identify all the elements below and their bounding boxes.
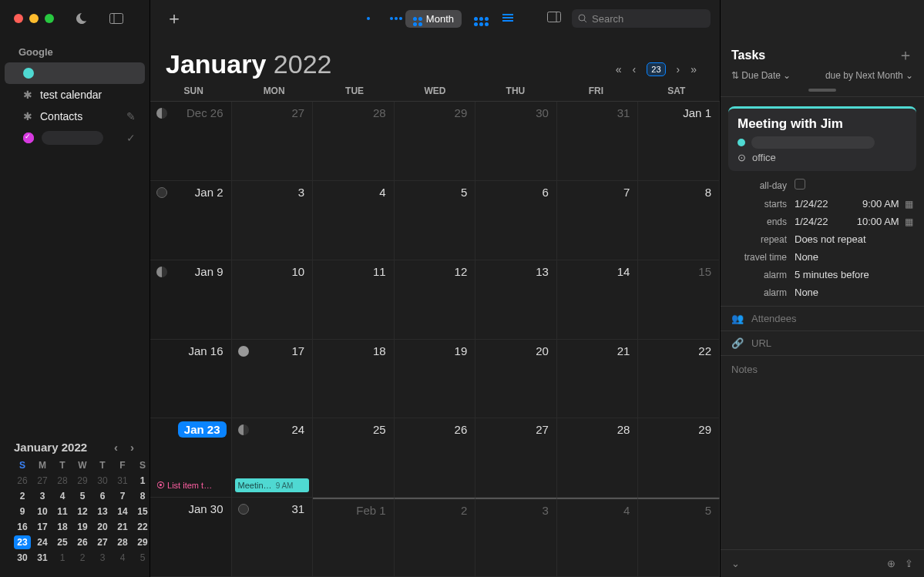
mini-day[interactable]: 24 (34, 535, 51, 549)
day-cell[interactable]: 4 (313, 181, 395, 260)
event-chip[interactable]: List item t… (153, 478, 228, 492)
mini-day[interactable]: 2 (14, 489, 31, 503)
mini-day[interactable]: 23 (14, 535, 31, 549)
mini-day[interactable]: 16 (14, 520, 31, 534)
day-cell[interactable]: Dec 26 (150, 102, 232, 181)
day-cell[interactable]: Jan 1 (638, 102, 720, 181)
mini-day[interactable]: 26 (74, 535, 91, 549)
mini-day[interactable]: 10 (34, 505, 51, 518)
mini-day[interactable]: 2 (74, 551, 91, 565)
mini-day[interactable]: 29 (134, 535, 151, 549)
day-cell[interactable]: 29 (638, 418, 720, 498)
day-cell[interactable]: 28 (557, 418, 639, 498)
day-cell[interactable]: Jan 16 (150, 340, 232, 419)
date-picker-icon[interactable]: ▦ (902, 216, 913, 227)
mini-day[interactable]: 28 (114, 535, 131, 549)
allday-checkbox[interactable] (795, 179, 805, 190)
day-cell[interactable]: 7 (557, 181, 639, 260)
day-cell[interactable]: 8 (638, 181, 720, 260)
day-cell[interactable]: 21 (557, 340, 639, 419)
zoom-window-button[interactable] (45, 14, 54, 23)
mini-day[interactable]: 31 (34, 551, 51, 565)
url-row[interactable]: 🔗 URL (721, 330, 924, 355)
mini-day[interactable]: 1 (54, 551, 71, 565)
day-cell[interactable]: Feb 1 (313, 498, 395, 577)
mini-day[interactable]: 13 (94, 505, 111, 518)
mini-day[interactable]: 12 (74, 505, 91, 518)
day-cell[interactable]: 27 (232, 102, 314, 181)
day-cell[interactable]: 18 (313, 340, 395, 419)
calendar-item-primary[interactable] (5, 62, 145, 84)
mini-day[interactable]: 14 (114, 505, 131, 518)
mini-day[interactable]: 17 (34, 520, 51, 534)
mini-day[interactable]: 1 (134, 474, 151, 488)
share-button[interactable]: ⇪ (905, 558, 913, 569)
add-task-button[interactable]: ＋ (898, 45, 913, 65)
day-cell[interactable]: 20 (475, 340, 557, 419)
tasks-drag-handle[interactable] (808, 89, 836, 92)
nav-first-button[interactable]: « (616, 63, 622, 75)
mini-day[interactable]: 15 (134, 505, 151, 518)
mini-day[interactable]: 30 (14, 551, 31, 565)
day-cell[interactable]: 12 (395, 260, 476, 340)
mini-day[interactable]: 19 (74, 520, 91, 534)
month-grid[interactable]: Dec 262728293031Jan 1Jan 2345678Jan 9101… (150, 101, 720, 577)
mini-day[interactable]: 29 (74, 474, 91, 488)
mini-day[interactable]: 11 (54, 505, 71, 518)
tasks-sort-secondary[interactable]: due by Next Month ⌄ (825, 70, 913, 81)
mini-next-button[interactable]: › (127, 441, 137, 454)
event-chip[interactable]: Meetin… 9 AM (235, 478, 310, 492)
day-cell[interactable]: Jan 9 (150, 260, 232, 340)
mini-day[interactable]: 18 (54, 520, 71, 534)
alarm2-value[interactable]: None (795, 287, 913, 298)
day-cell[interactable]: 30 (475, 102, 557, 181)
day-cell[interactable]: 3 (475, 498, 557, 577)
share-icon[interactable]: ✎ (126, 110, 136, 122)
mini-day[interactable]: 27 (34, 474, 51, 488)
day-cell[interactable]: 14 (557, 260, 639, 340)
ends-date[interactable]: 1/24/22 (795, 216, 849, 227)
day-cell[interactable]: 22 (638, 340, 720, 419)
ends-time[interactable]: 10:00 AM (857, 216, 899, 227)
collapse-button[interactable]: ⌄ (731, 558, 740, 569)
nav-today-button[interactable]: 23 (647, 62, 665, 76)
notes-field[interactable]: Notes (721, 355, 924, 383)
mini-day[interactable]: 7 (114, 489, 131, 503)
day-cell[interactable]: 25 (313, 418, 395, 498)
sidebar-toggle-icon[interactable] (109, 13, 123, 24)
travel-value[interactable]: None (795, 251, 913, 263)
mini-day[interactable]: 25 (54, 535, 71, 549)
mini-day[interactable]: 26 (14, 474, 31, 488)
mini-day[interactable]: 5 (74, 489, 91, 503)
day-cell[interactable]: 5 (395, 181, 476, 260)
day-cell[interactable]: 31 (232, 498, 314, 577)
date-picker-icon[interactable]: ▦ (902, 199, 913, 210)
mini-day[interactable]: 21 (114, 520, 131, 534)
day-cell[interactable]: Jan 23List item t… (150, 418, 232, 498)
mini-day[interactable]: 3 (94, 551, 111, 565)
day-cell[interactable]: 4 (557, 498, 639, 577)
day-cell[interactable]: 28 (313, 102, 395, 181)
day-cell[interactable]: 5 (638, 498, 720, 577)
mini-day[interactable]: 31 (114, 474, 131, 488)
nav-last-button[interactable]: » (690, 63, 697, 75)
day-cell[interactable]: 29 (395, 102, 476, 181)
calendar-item-test[interactable]: test calendar (5, 84, 145, 106)
mini-day[interactable]: 20 (94, 520, 111, 534)
mini-prev-button[interactable]: ‹ (111, 441, 121, 454)
day-cell[interactable]: Jan 2 (150, 181, 232, 260)
alarm1-value[interactable]: 5 minutes before (795, 269, 913, 280)
mini-day[interactable]: 3 (34, 489, 51, 503)
day-cell[interactable]: 10 (232, 260, 314, 340)
mini-day[interactable]: 27 (94, 535, 111, 549)
mini-day[interactable]: 4 (54, 489, 71, 503)
mini-day[interactable]: 28 (54, 474, 71, 488)
day-cell[interactable]: Jan 30 (150, 498, 232, 577)
attendees-row[interactable]: 👥 Attendees (721, 306, 924, 330)
nav-prev-button[interactable]: ‹ (633, 63, 637, 75)
day-cell[interactable]: 27 (475, 418, 557, 498)
mini-day[interactable]: 30 (94, 474, 111, 488)
tasks-sort-primary[interactable]: ⇅ Due Date ⌄ (731, 70, 791, 81)
minimize-window-button[interactable] (29, 14, 39, 23)
day-cell[interactable]: 11 (313, 260, 395, 340)
